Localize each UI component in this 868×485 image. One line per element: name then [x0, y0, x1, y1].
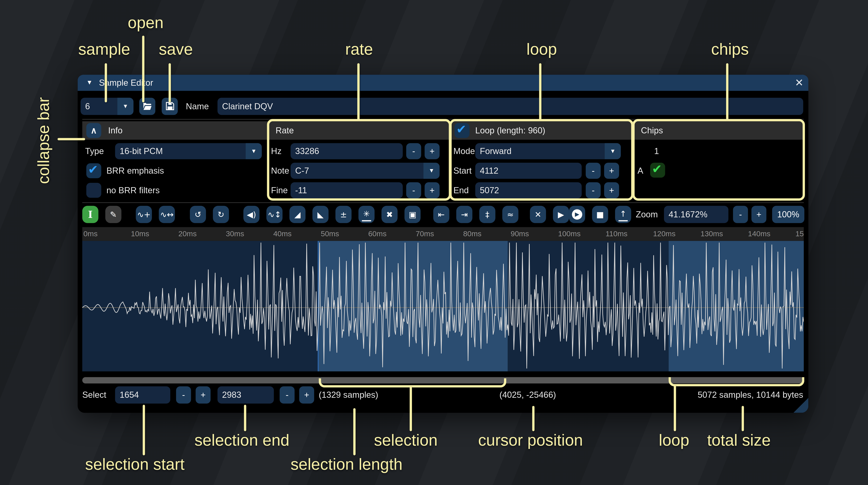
adjust-volume-icon: ‡	[485, 206, 489, 223]
trim-selection-button[interactable]: ▣	[404, 206, 421, 223]
hz-minus-button[interactable]: -	[406, 143, 421, 159]
zoom-field[interactable]: 41.1672%	[664, 206, 728, 223]
chip-column-header: 1	[654, 142, 659, 160]
loop-end-minus-button[interactable]: -	[586, 182, 601, 198]
name-value: Clarinet DQV	[222, 101, 273, 111]
stop-button[interactable]: ■	[592, 206, 608, 223]
loop-start-plus-button[interactable]: +	[604, 163, 619, 179]
loop-start-field[interactable]: 4112	[475, 163, 582, 179]
annotation-line-selection	[410, 386, 412, 431]
chevron-down-icon[interactable]: ▼	[246, 143, 262, 159]
loop-start-label: Start	[454, 162, 472, 180]
note-label: Note	[271, 162, 289, 180]
cursor-position-readout: (4025, -25466)	[499, 386, 556, 403]
smooth-button[interactable]: ≈	[502, 206, 518, 223]
selection-end-minus-button[interactable]: -	[280, 386, 294, 403]
info-panel-header: Info	[82, 121, 269, 140]
waveform-view[interactable]	[82, 241, 804, 371]
delete-selection-button[interactable]: ✖	[381, 206, 398, 223]
play-selection-button[interactable]: ▶	[553, 206, 569, 223]
hz-field[interactable]: 33286	[290, 143, 403, 159]
zoom-in-button[interactable]: +	[751, 206, 766, 223]
loop-end-plus-button[interactable]: +	[604, 182, 619, 198]
open-button[interactable]	[139, 98, 155, 115]
title-bar[interactable]: ▼ Sample Editor ✕	[78, 75, 808, 91]
shift-left-button[interactable]: ⇤	[433, 206, 450, 223]
ruler-tick: 120ms	[653, 229, 676, 238]
name-label: Name	[186, 98, 209, 115]
annotation-loop-bottom: loop	[659, 431, 689, 450]
mode-label: Mode	[454, 142, 475, 160]
type-label: Type	[85, 142, 104, 160]
loop-panel-header: Loop (length: 960)	[451, 121, 633, 140]
loop-end-field[interactable]: 5072	[475, 182, 582, 198]
loop-panel-title: Loop (length: 960)	[475, 121, 546, 140]
loop-mode-dropdown[interactable]: Forward ▼	[475, 143, 621, 159]
fine-minus-button[interactable]: -	[406, 182, 421, 198]
no-brr-filters-label: no BRR filters	[106, 182, 160, 199]
no-brr-filters-checkbox[interactable]	[86, 183, 101, 198]
draw-tool-icon: ✎	[110, 206, 117, 223]
annotation-line-loop-top	[539, 63, 541, 120]
hz-plus-button[interactable]: +	[425, 143, 439, 159]
preview-sample-button[interactable]: ◀)	[243, 206, 259, 223]
name-field[interactable]: Clarinet DQV	[218, 98, 803, 115]
fine-value: -11	[295, 185, 307, 195]
folder-open-icon	[142, 101, 153, 111]
delete-selection-icon: ✖	[386, 206, 393, 223]
export-sample-button[interactable]: ↑	[615, 206, 631, 223]
loop-mode-value: Forward	[480, 143, 512, 159]
zoom-out-button[interactable]: -	[733, 206, 748, 223]
ruler-tick: 130ms	[701, 229, 723, 238]
annotation-line-chips	[726, 63, 728, 120]
type-dropdown[interactable]: 16-bit PCM ▼	[115, 143, 262, 159]
scrollbar-thumb[interactable]	[82, 377, 804, 383]
chip-a1-checkbox[interactable]	[650, 163, 665, 177]
amplify-icon: ∿↕	[268, 206, 281, 223]
selection-end-field[interactable]: 2983	[218, 386, 274, 403]
select-tool-button[interactable]: I	[82, 206, 98, 223]
insert-noise-button[interactable]: ✳	[359, 206, 375, 223]
window-collapse-arrow-icon[interactable]: ▼	[86, 79, 93, 86]
selection-start-minus-button[interactable]: -	[176, 386, 191, 403]
shift-right-button[interactable]: ⇥	[456, 206, 472, 223]
sample-editor-window: ▼ Sample Editor ✕ 6 ▼ Name Clarinet DQV	[78, 75, 808, 413]
chevron-down-icon[interactable]: ▼	[424, 163, 439, 179]
swap-button[interactable]: ✕	[530, 206, 546, 223]
chevron-down-icon[interactable]: ▼	[604, 143, 621, 159]
draw-tool-button[interactable]: ✎	[105, 206, 122, 223]
ruler-tick: 50ms	[321, 229, 339, 238]
record-sample-button[interactable]: ∿+	[136, 206, 152, 223]
close-icon[interactable]: ✕	[792, 76, 806, 90]
chips-panel-title: Chips	[641, 121, 663, 140]
resize-handle[interactable]	[793, 398, 808, 413]
brr-emphasis-checkbox[interactable]	[86, 163, 101, 178]
dc-offset-button[interactable]: ±	[335, 206, 351, 223]
selection-region[interactable]	[318, 241, 508, 371]
note-dropdown[interactable]: C-7 ▼	[290, 163, 439, 179]
collapse-bar-button[interactable]: ∧	[86, 123, 101, 138]
separator	[82, 202, 804, 203]
annotation-line-collapse-bar	[58, 138, 85, 140]
amplify-button[interactable]: ∿↕	[267, 206, 283, 223]
annotation-chips: chips	[711, 40, 749, 59]
play-loop-button[interactable]: ▶	[569, 206, 585, 223]
annotation-open: open	[128, 14, 163, 32]
loop-start-minus-button[interactable]: -	[586, 163, 601, 179]
redo-button[interactable]: ↻	[213, 206, 229, 223]
chevron-down-icon[interactable]: ▼	[117, 98, 133, 115]
resize-sample-button[interactable]: ∿↔	[159, 206, 175, 223]
selection-start-plus-button[interactable]: +	[196, 386, 211, 403]
fade-in-button[interactable]: ◢	[289, 206, 306, 223]
fine-plus-button[interactable]: +	[425, 182, 439, 198]
fine-field[interactable]: -11	[290, 182, 403, 198]
loop-enable-checkbox[interactable]	[455, 123, 469, 138]
fade-out-button[interactable]: ◣	[312, 206, 329, 223]
zoom-reset-button[interactable]: 100%	[772, 206, 804, 223]
selection-start-field[interactable]: 1654	[115, 386, 170, 403]
adjust-volume-button[interactable]: ‡	[479, 206, 495, 223]
selection-start-value: 1654	[120, 390, 139, 399]
undo-button[interactable]: ↺	[190, 206, 206, 223]
waveform-scrollbar[interactable]	[82, 377, 804, 383]
selection-end-plus-button[interactable]: +	[299, 386, 314, 403]
